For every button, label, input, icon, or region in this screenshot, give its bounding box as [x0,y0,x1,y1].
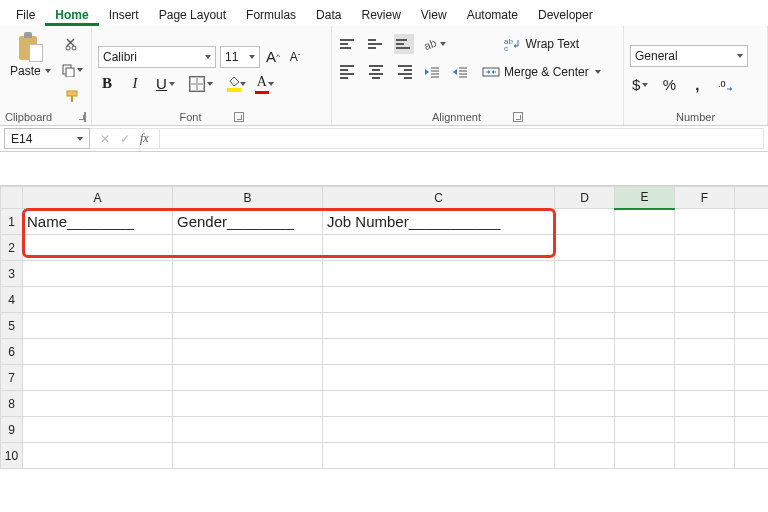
svg-point-0 [66,46,70,50]
align-left-button[interactable] [338,62,358,82]
table-row: 2 [1,235,769,261]
col-header-extra[interactable] [735,187,769,209]
table-row: 1Name________Gender________Job Number___… [1,209,769,235]
cancel-formula-button[interactable]: ✕ [100,132,110,146]
increase-decimal-button[interactable]: .0 [716,75,736,95]
dialog-launcher-icon[interactable] [234,112,244,122]
row-header-8[interactable]: 8 [1,391,23,417]
chevron-down-icon [642,83,648,87]
chevron-down-icon [169,82,175,86]
increase-decimal-icon: .0 [718,78,734,92]
comma-format-button[interactable]: , [688,75,706,95]
col-header-A[interactable]: A [23,187,173,209]
menu-page-layout[interactable]: Page Layout [149,4,236,26]
merge-center-button[interactable]: Merge & Center [480,62,603,82]
chevron-down-icon [207,82,213,86]
row-header-10[interactable]: 10 [1,443,23,469]
format-painter-button[interactable] [59,86,85,106]
row-header-2[interactable]: 2 [1,235,23,261]
name-box[interactable]: E14 [4,128,90,149]
menu-home[interactable]: Home [45,4,98,26]
align-center-button[interactable] [366,62,386,82]
row-header-4[interactable]: 4 [1,287,23,313]
group-number: General $ % , .0 Number [624,26,768,125]
cell-C1[interactable]: Job Number___________ [323,209,555,235]
column-header-row: A B C D E F [1,187,769,209]
chevron-down-icon [249,55,255,59]
svg-rect-9 [483,68,499,76]
font-name-select[interactable]: Calibri [98,46,216,68]
row-header-9[interactable]: 9 [1,417,23,443]
menu-developer[interactable]: Developer [528,4,603,26]
bold-button[interactable]: B [98,74,116,94]
grow-font-button[interactable]: A^ [264,47,282,67]
menu-file[interactable]: File [6,4,45,26]
formula-input[interactable] [160,128,764,149]
fx-icon[interactable]: fx [140,131,149,146]
row-header-7[interactable]: 7 [1,365,23,391]
row-header-1[interactable]: 1 [1,209,23,235]
italic-button[interactable]: I [126,74,144,94]
table-row: 9 [1,417,769,443]
dialog-launcher-icon[interactable] [84,112,86,122]
orientation-button[interactable]: ab [422,34,448,54]
borders-button[interactable] [187,74,215,94]
wrap-text-button[interactable]: abc Wrap Text [480,34,603,54]
select-all-corner[interactable] [1,187,23,209]
menu-formulas[interactable]: Formulas [236,4,306,26]
menu-insert[interactable]: Insert [99,4,149,26]
increase-indent-button[interactable] [450,62,470,82]
underline-button[interactable]: U [154,74,177,94]
fill-color-button[interactable] [225,74,243,94]
svg-text:ab: ab [424,37,438,51]
row-header-3[interactable]: 3 [1,261,23,287]
percent-format-button[interactable]: % [660,75,678,95]
chevron-down-icon [440,42,446,46]
align-middle-button[interactable] [366,34,386,54]
cell-F1[interactable] [675,209,735,235]
col-header-B[interactable]: B [173,187,323,209]
col-header-E[interactable]: E [615,187,675,209]
font-size-select[interactable]: 11 [220,46,260,68]
col-header-D[interactable]: D [555,187,615,209]
group-clipboard-label: Clipboard [5,111,52,123]
cut-button[interactable] [59,34,85,54]
chevron-down-icon [45,69,51,73]
svg-rect-5 [71,96,73,102]
decrease-indent-button[interactable] [422,62,442,82]
font-color-icon: A [257,74,267,90]
row-header-6[interactable]: 6 [1,339,23,365]
font-color-button[interactable]: A [253,74,271,94]
accounting-format-button[interactable]: $ [630,75,650,95]
indent-icon [452,65,468,79]
cell-B1[interactable]: Gender________ [173,209,323,235]
spreadsheet-grid[interactable]: A B C D E F 1Name________Gender________J… [0,186,768,469]
chevron-down-icon [240,82,246,86]
align-top-button[interactable] [338,34,358,54]
number-format-select[interactable]: General [630,45,748,67]
cell-D1[interactable] [555,209,615,235]
cell-E1[interactable] [615,209,675,235]
align-bottom-button[interactable] [394,34,414,54]
col-header-C[interactable]: C [323,187,555,209]
svg-rect-3 [66,68,74,77]
col-header-F[interactable]: F [675,187,735,209]
cell-A1[interactable]: Name________ [23,209,173,235]
ribbon: Paste Clipboard Calibri 11 A^ Aˇ B I [0,26,768,126]
menu-view[interactable]: View [411,4,457,26]
group-number-label: Number [676,111,715,123]
row-header-5[interactable]: 5 [1,313,23,339]
shrink-font-button[interactable]: Aˇ [286,47,304,67]
svg-text:.0: .0 [718,79,726,89]
copy-button[interactable] [59,60,85,80]
enter-formula-button[interactable]: ✓ [120,132,130,146]
align-right-button[interactable] [394,62,414,82]
ribbon-spacer [0,152,768,186]
paste-button[interactable]: Paste [6,30,55,80]
formula-bar-row: E14 ✕ ✓ fx [0,126,768,152]
menu-review[interactable]: Review [351,4,410,26]
menu-data[interactable]: Data [306,4,351,26]
dialog-launcher-icon[interactable] [513,112,523,122]
svg-point-1 [72,46,76,50]
menu-automate[interactable]: Automate [457,4,528,26]
